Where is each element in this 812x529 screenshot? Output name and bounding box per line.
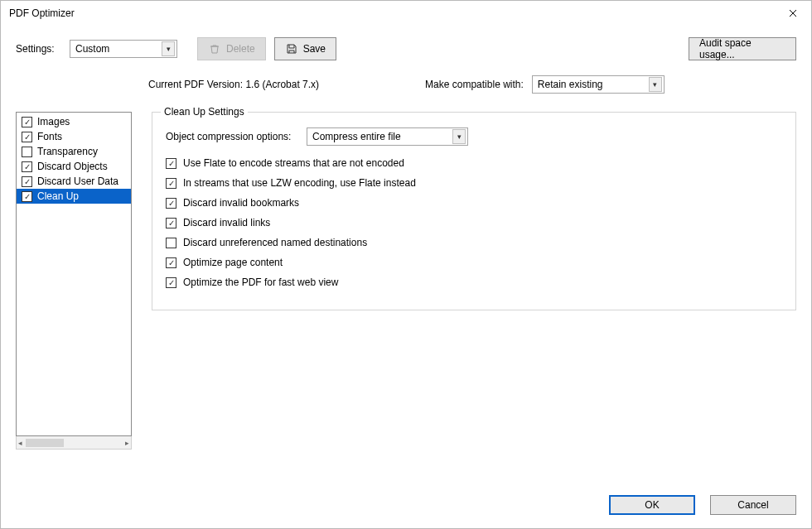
titlebar: PDF Optimizer — [1, 1, 811, 26]
cancel-button-label: Cancel — [737, 499, 768, 511]
panel-title: Clean Up Settings — [161, 106, 248, 118]
object-compression-row: Object compression options: Compress ent… — [166, 127, 782, 146]
dialog-footer: OK Cancel — [1, 485, 811, 528]
window-title: PDF Optimizer — [9, 7, 75, 19]
sidebar-item-discard-objects[interactable]: ✓Discard Objects — [17, 159, 131, 174]
make-compatible-dropdown[interactable]: Retain existing ▾ — [532, 75, 665, 94]
sidebar-item-label: Transparency — [37, 146, 98, 157]
checkbox[interactable]: ✓ — [166, 218, 176, 228]
checkbox-icon[interactable] — [22, 147, 32, 157]
cleanup-option-label: Use Flate to encode streams that are not… — [183, 157, 404, 169]
cleanup-option-label: Discard unreferenced named destinations — [183, 237, 367, 248]
cleanup-option-row: ✓Discard invalid links — [166, 217, 782, 228]
cancel-button[interactable]: Cancel — [710, 495, 796, 515]
checkbox[interactable]: ✓ — [166, 277, 176, 288]
save-button[interactable]: Save — [274, 37, 336, 60]
scrollbar-thumb[interactable] — [26, 439, 64, 447]
object-compression-label: Object compression options: — [166, 131, 298, 142]
cleanup-settings-panel: Clean Up Settings Object compression opt… — [152, 112, 796, 310]
scroll-right-icon[interactable]: ▸ — [125, 439, 129, 447]
sidebar-item-clean-up[interactable]: ✓Clean Up — [17, 189, 131, 204]
checkbox[interactable] — [166, 238, 176, 248]
cleanup-option-row: ✓Optimize page content — [166, 257, 782, 268]
content-area: Settings: Custom ▾ Delete Save Audit spa… — [1, 26, 811, 485]
make-compatible-value: Retain existing — [538, 79, 603, 90]
ok-button-label: OK — [645, 499, 659, 511]
version-compat-row: Current PDF Version: 1.6 (Acrobat 7.x) M… — [16, 75, 796, 94]
sidebar-item-label: Discard Objects — [37, 161, 108, 172]
sidebar-item-transparency[interactable]: Transparency — [17, 144, 131, 159]
delete-button: Delete — [197, 37, 266, 60]
cleanup-option-row: ✓Discard invalid bookmarks — [166, 197, 782, 209]
checkbox[interactable]: ✓ — [166, 158, 176, 169]
checkbox[interactable]: ✓ — [166, 178, 176, 189]
chevron-down-icon: ▾ — [649, 77, 662, 92]
settings-dropdown-value: Custom — [75, 43, 109, 55]
cleanup-option-row: ✓Use Flate to encode streams that are no… — [166, 157, 782, 169]
audit-button-label: Audit space usage... — [699, 37, 785, 60]
ok-button[interactable]: OK — [609, 495, 695, 515]
sidebar-item-label: Fonts — [37, 131, 62, 142]
close-icon — [789, 9, 797, 17]
settings-dropdown[interactable]: Custom ▾ — [70, 40, 177, 58]
make-compatible-label: Make compatible with: — [425, 79, 524, 90]
sidebar-horizontal-scrollbar[interactable]: ◂ ▸ — [16, 436, 132, 450]
sidebar-item-discard-user-data[interactable]: ✓Discard User Data — [17, 174, 131, 189]
object-compression-dropdown[interactable]: Compress entire file ▾ — [307, 127, 468, 146]
checkbox-icon[interactable]: ✓ — [22, 117, 32, 127]
audit-space-usage-button[interactable]: Audit space usage... — [689, 37, 796, 60]
cleanup-option-label: In streams that use LZW encoding, use Fl… — [183, 177, 416, 189]
cleanup-option-label: Optimize page content — [183, 257, 283, 268]
cleanup-option-label: Discard invalid bookmarks — [183, 197, 299, 209]
sidebar-item-label: Discard User Data — [37, 176, 118, 187]
sidebar-item-fonts[interactable]: ✓Fonts — [17, 129, 131, 144]
object-compression-value: Compress entire file — [312, 131, 401, 142]
cleanup-checklist: ✓Use Flate to encode streams that are no… — [166, 157, 782, 288]
cleanup-option-row: ✓Optimize the PDF for fast web view — [166, 277, 782, 288]
cleanup-option-row: ✓In streams that use LZW encoding, use F… — [166, 177, 782, 189]
delete-button-label: Delete — [226, 43, 255, 55]
sidebar-wrap: ✓Images✓FontsTransparency✓Discard Object… — [16, 112, 132, 450]
chevron-down-icon: ▾ — [162, 41, 175, 56]
body-row: ✓Images✓FontsTransparency✓Discard Object… — [16, 112, 796, 477]
checkbox-icon[interactable]: ✓ — [22, 191, 32, 202]
pdf-optimizer-dialog: PDF Optimizer Settings: Custom ▾ Delete — [0, 0, 812, 529]
chevron-down-icon: ▾ — [452, 129, 466, 144]
checkbox[interactable]: ✓ — [166, 257, 176, 268]
current-pdf-version-text: Current PDF Version: 1.6 (Acrobat 7.x) — [148, 79, 319, 90]
scroll-left-icon[interactable]: ◂ — [18, 439, 22, 447]
floppy-disk-icon — [285, 42, 298, 55]
sidebar-item-label: Images — [37, 116, 70, 127]
trash-icon — [208, 42, 221, 55]
checkbox-icon[interactable]: ✓ — [22, 132, 32, 142]
save-button-label: Save — [303, 43, 326, 55]
cleanup-option-label: Discard invalid links — [183, 217, 270, 228]
settings-label: Settings: — [16, 43, 61, 55]
settings-row: Settings: Custom ▾ Delete Save Audit spa… — [16, 37, 796, 60]
sidebar-item-label: Clean Up — [37, 190, 79, 202]
checkbox-icon[interactable]: ✓ — [22, 161, 32, 172]
sidebar-item-images[interactable]: ✓Images — [17, 114, 131, 129]
cleanup-option-row: Discard unreferenced named destinations — [166, 237, 782, 248]
checkbox-icon[interactable]: ✓ — [22, 176, 32, 187]
close-button[interactable] — [775, 1, 811, 26]
category-sidebar[interactable]: ✓Images✓FontsTransparency✓Discard Object… — [16, 112, 132, 436]
checkbox[interactable]: ✓ — [166, 198, 176, 209]
cleanup-option-label: Optimize the PDF for fast web view — [183, 277, 338, 288]
